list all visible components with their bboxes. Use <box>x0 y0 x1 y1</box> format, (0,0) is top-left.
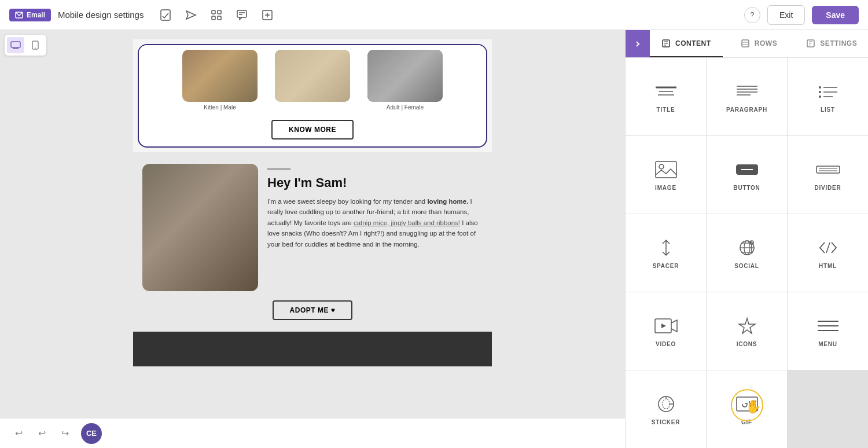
video-cell-label: VIDEO <box>656 341 676 347</box>
gif-cell-icon <box>734 394 760 414</box>
content-cell-divider[interactable]: DIVIDER <box>788 136 868 214</box>
pet-card-3: Adult | Female <box>359 45 451 115</box>
title-cell-icon <box>653 81 679 102</box>
tab-content[interactable]: CONTENT <box>650 30 723 57</box>
content-cell-image[interactable]: IMAGE <box>626 136 706 214</box>
sticker-cell-icon <box>653 394 679 414</box>
image-cell-icon <box>653 159 679 180</box>
content-cell-gif[interactable]: ✋ GIF <box>707 370 787 448</box>
content-cell-title[interactable]: TITLE <box>626 58 706 135</box>
send-icon-btn[interactable] <box>181 5 201 25</box>
content-cell-button[interactable]: BUTTON <box>707 136 787 214</box>
sticker-cell-label: STICKER <box>652 419 681 425</box>
pet-label-1: Kitten | Male <box>204 104 236 111</box>
sam-text-link[interactable]: catnip mice, jingly balls and ribbons! <box>354 219 460 226</box>
sam-divider <box>267 168 290 170</box>
content-cell-sticker[interactable]: STICKER <box>626 370 706 448</box>
pet-card-1: Kitten | Male <box>174 45 266 115</box>
content-cell-social[interactable]: SOCIAL <box>707 214 787 292</box>
list-cell-label: LIST <box>821 107 835 113</box>
gif-cell-label: GIF <box>741 419 752 425</box>
spacer-cell-label: SPACER <box>653 263 679 269</box>
email-badge-label: Email <box>27 11 45 19</box>
save-doc-icon-btn[interactable] <box>155 5 176 25</box>
svg-point-18 <box>35 47 36 49</box>
grid-icon-btn[interactable] <box>206 5 227 25</box>
pet-image-1 <box>182 50 258 102</box>
dark-section <box>133 332 492 366</box>
panel-collapse-btn[interactable] <box>626 30 650 57</box>
svg-rect-5 <box>212 16 215 20</box>
undo-button[interactable]: ↩ <box>9 424 28 443</box>
exit-button[interactable]: Exit <box>767 5 805 25</box>
mobile-icon <box>32 41 39 50</box>
adopt-row: ADOPT ME ♥ <box>142 300 483 320</box>
svg-point-41 <box>819 96 821 98</box>
svg-point-39 <box>819 91 821 93</box>
chat-icon-btn[interactable] <box>231 5 252 25</box>
content-cell-spacer[interactable]: SPACER <box>626 214 706 292</box>
tab-rows[interactable]: ROWS <box>723 30 796 57</box>
svg-rect-23 <box>742 40 749 47</box>
pets-section: Kitten | Male Adult | Female <box>138 44 487 148</box>
sam-section: Hey I'm Sam! I'm a wee sweet sleepy boy … <box>133 152 492 332</box>
main-layout: Kitten | Male Adult | Female <box>0 30 868 448</box>
sam-text-bold: loving home. <box>427 198 468 205</box>
content-cell-video[interactable]: VIDEO <box>626 292 706 370</box>
html-cell-label: HTML <box>819 263 837 269</box>
email-icon <box>15 12 23 19</box>
know-more-button[interactable]: KNOW MORE <box>271 120 354 139</box>
svg-marker-2 <box>186 11 196 19</box>
help-button[interactable]: ? <box>744 7 760 23</box>
content-cell-html[interactable]: HTML <box>788 214 868 292</box>
button-cell-label: BUTTON <box>733 185 760 191</box>
add-icon-btn[interactable] <box>257 5 278 25</box>
rows-tab-icon <box>741 39 750 48</box>
redo-button[interactable]: ↪ <box>56 424 74 443</box>
content-tab-icon <box>661 39 671 48</box>
right-panel: CONTENT ROWS SETTINGS <box>625 30 868 448</box>
paragraph-cell-icon <box>734 81 760 102</box>
social-cell-label: SOCIAL <box>734 263 759 269</box>
content-cell-icons[interactable]: ICONS <box>707 292 787 370</box>
content-cell-paragraph[interactable]: PARAGRAPH <box>707 58 787 135</box>
know-more-row: KNOW MORE <box>139 115 486 146</box>
page-title: Mobile design settings <box>58 10 144 20</box>
paragraph-cell-label: PARAGRAPH <box>726 107 767 113</box>
svg-point-37 <box>819 86 821 89</box>
svg-line-57 <box>826 243 830 253</box>
tab-settings[interactable]: SETTINGS <box>795 30 868 57</box>
sam-inner: Hey I'm Sam! I'm a wee sweet sleepy boy … <box>142 164 483 291</box>
content-cell-list[interactable]: LIST <box>788 58 868 135</box>
mobile-view-btn[interactable] <box>27 37 44 53</box>
undo-alt-button[interactable]: ↩ <box>32 424 51 443</box>
svg-rect-4 <box>218 10 221 14</box>
desktop-icon <box>10 41 21 49</box>
pets-row: Kitten | Male Adult | Female <box>139 45 486 115</box>
content-grid: TITLE PARAGRAPH <box>626 58 868 448</box>
pet-image-2 <box>275 50 350 102</box>
undo-redo-group: ↩ ↩ ↪ <box>9 424 74 443</box>
svg-rect-6 <box>218 16 221 20</box>
email-canvas: Kitten | Male Adult | Female <box>133 39 492 366</box>
svg-point-44 <box>659 164 664 169</box>
avatar-initials: CE <box>86 429 97 438</box>
svg-marker-59 <box>661 324 666 328</box>
adopt-button[interactable]: ADOPT ME ♥ <box>273 300 353 320</box>
sam-photo <box>142 164 258 291</box>
svg-rect-7 <box>237 10 247 17</box>
desktop-view-btn[interactable] <box>7 37 24 53</box>
svg-rect-1 <box>161 10 170 20</box>
sam-title: Hey I'm Sam! <box>267 175 483 190</box>
image-cell-label: IMAGE <box>655 185 676 191</box>
list-cell-icon <box>815 81 841 102</box>
grid-icon <box>211 10 222 20</box>
html-cell-icon <box>815 237 841 258</box>
pet-card-2 <box>266 45 359 115</box>
button-cell-icon <box>734 159 760 180</box>
add-section-icon <box>262 10 273 20</box>
content-cell-menu[interactable]: MENU <box>788 292 868 370</box>
divider-cell-label: DIVIDER <box>814 185 841 191</box>
save-button[interactable]: Save <box>812 6 859 24</box>
panel-tabs: CONTENT ROWS SETTINGS <box>626 30 868 58</box>
